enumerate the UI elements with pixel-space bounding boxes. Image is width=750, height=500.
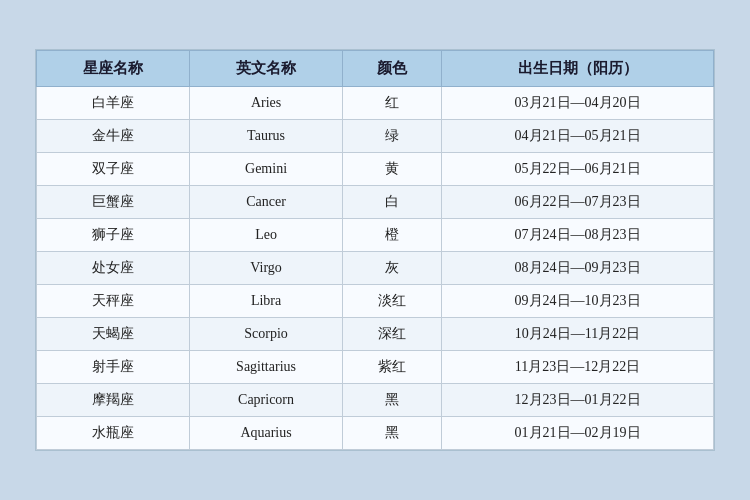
cell-birthdate: 12月23日—01月22日 [442,384,714,417]
table-row: 金牛座Taurus绿04月21日—05月21日 [37,120,714,153]
table-row: 双子座Gemini黄05月22日—06月21日 [37,153,714,186]
cell-color: 黑 [343,384,442,417]
cell-color: 白 [343,186,442,219]
cell-birthdate: 09月24日—10月23日 [442,285,714,318]
cell-color: 黄 [343,153,442,186]
header-chinese-name: 星座名称 [37,51,190,87]
cell-color: 橙 [343,219,442,252]
cell-english-name: Sagittarius [190,351,343,384]
table-row: 巨蟹座Cancer白06月22日—07月23日 [37,186,714,219]
cell-chinese-name: 水瓶座 [37,417,190,450]
table-row: 摩羯座Capricorn黑12月23日—01月22日 [37,384,714,417]
cell-birthdate: 04月21日—05月21日 [442,120,714,153]
cell-chinese-name: 射手座 [37,351,190,384]
cell-english-name: Aries [190,87,343,120]
cell-english-name: Leo [190,219,343,252]
cell-chinese-name: 金牛座 [37,120,190,153]
cell-chinese-name: 白羊座 [37,87,190,120]
cell-birthdate: 11月23日—12月22日 [442,351,714,384]
cell-birthdate: 10月24日—11月22日 [442,318,714,351]
table-row: 水瓶座Aquarius黑01月21日—02月19日 [37,417,714,450]
cell-color: 淡红 [343,285,442,318]
cell-birthdate: 05月22日—06月21日 [442,153,714,186]
cell-english-name: Scorpio [190,318,343,351]
cell-chinese-name: 天秤座 [37,285,190,318]
cell-birthdate: 08月24日—09月23日 [442,252,714,285]
cell-english-name: Cancer [190,186,343,219]
cell-chinese-name: 处女座 [37,252,190,285]
cell-english-name: Virgo [190,252,343,285]
cell-birthdate: 01月21日—02月19日 [442,417,714,450]
cell-chinese-name: 狮子座 [37,219,190,252]
cell-english-name: Gemini [190,153,343,186]
table-row: 白羊座Aries红03月21日—04月20日 [37,87,714,120]
cell-english-name: Aquarius [190,417,343,450]
header-color: 颜色 [343,51,442,87]
cell-color: 灰 [343,252,442,285]
header-birthdate: 出生日期（阳历） [442,51,714,87]
cell-color: 紫红 [343,351,442,384]
cell-chinese-name: 天蝎座 [37,318,190,351]
cell-birthdate: 07月24日—08月23日 [442,219,714,252]
cell-color: 绿 [343,120,442,153]
cell-color: 黑 [343,417,442,450]
table-row: 射手座Sagittarius紫红11月23日—12月22日 [37,351,714,384]
cell-color: 深红 [343,318,442,351]
header-english-name: 英文名称 [190,51,343,87]
zodiac-table: 星座名称 英文名称 颜色 出生日期（阳历） 白羊座Aries红03月21日—04… [36,50,714,450]
cell-birthdate: 03月21日—04月20日 [442,87,714,120]
table-row: 狮子座Leo橙07月24日—08月23日 [37,219,714,252]
cell-english-name: Libra [190,285,343,318]
cell-chinese-name: 摩羯座 [37,384,190,417]
table-row: 天蝎座Scorpio深红10月24日—11月22日 [37,318,714,351]
cell-english-name: Capricorn [190,384,343,417]
table-row: 天秤座Libra淡红09月24日—10月23日 [37,285,714,318]
cell-english-name: Taurus [190,120,343,153]
table-row: 处女座Virgo灰08月24日—09月23日 [37,252,714,285]
zodiac-table-container: 星座名称 英文名称 颜色 出生日期（阳历） 白羊座Aries红03月21日—04… [35,49,715,451]
table-header-row: 星座名称 英文名称 颜色 出生日期（阳历） [37,51,714,87]
cell-birthdate: 06月22日—07月23日 [442,186,714,219]
table-body: 白羊座Aries红03月21日—04月20日金牛座Taurus绿04月21日—0… [37,87,714,450]
cell-chinese-name: 巨蟹座 [37,186,190,219]
cell-chinese-name: 双子座 [37,153,190,186]
cell-color: 红 [343,87,442,120]
